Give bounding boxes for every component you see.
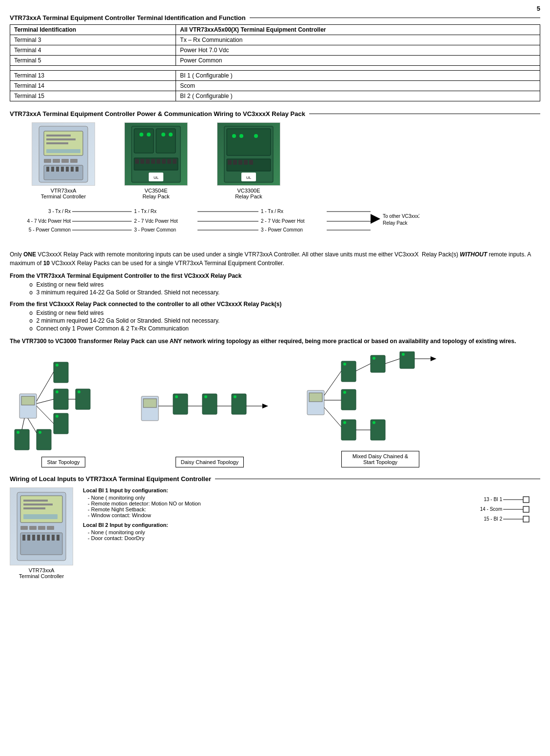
terminal-table: Terminal Identification All VTR73xxA5x00… <box>10 24 540 101</box>
device-vc3504E: UL VC3504E Relay Pack <box>117 122 195 199</box>
vtr73xxA-image <box>32 122 95 186</box>
svg-marker-67 <box>371 214 380 224</box>
local-device-label: VTR73xxA Terminal Controller <box>19 567 64 579</box>
bi-config-text: Local BI 1 Input by configuration: None … <box>83 487 457 545</box>
svg-point-85 <box>56 390 59 393</box>
svg-text:3 - Power Common: 3 - Power Common <box>134 227 176 233</box>
svg-rect-33 <box>173 159 177 164</box>
svg-rect-9 <box>70 159 78 163</box>
svg-rect-4 <box>46 142 68 144</box>
svg-text:4 - 7 Vdc Power Hot: 4 - 7 Vdc Power Hot <box>27 218 71 224</box>
svg-rect-136 <box>22 535 25 541</box>
page-number: 5 <box>10 5 540 12</box>
mixed-topology-label: Mixed Daisy Chained & Start Topology <box>341 451 419 467</box>
svg-point-100 <box>234 395 236 398</box>
wire-connection-diagram: 3 - Tx / Rx 4 - 7 Vdc Power Hot 5 - Powe… <box>20 204 540 242</box>
svg-rect-141 <box>47 535 50 541</box>
bullet2-item: Existing or new field wires <box>29 310 540 316</box>
bullet2-item: 2 minimum required 14-22 Ga Solid or Str… <box>29 317 540 324</box>
bi2-title: Local BI 2 Input by configuration: <box>83 522 457 528</box>
svg-text:14 - Scom: 14 - Scom <box>480 506 502 512</box>
svg-rect-2 <box>46 135 71 136</box>
svg-point-110 <box>373 357 375 360</box>
bi1-item: Remote motion detector: Motion NO or Mot… <box>88 501 457 506</box>
svg-point-23 <box>161 133 165 136</box>
svg-rect-146 <box>523 497 529 503</box>
svg-text:To other VC3xxxX: To other VC3xxxX <box>383 213 419 219</box>
bullet2-item: Connect only 1 Power Common & 2 Tx-Rx Co… <box>29 325 540 332</box>
svg-rect-13 <box>56 167 59 172</box>
svg-rect-143 <box>57 535 59 541</box>
daisy-topology-label: Daisy Chained Topology <box>176 457 244 467</box>
svg-rect-142 <box>52 535 55 541</box>
col-header-2: All VTR73xxA5x00(X) Terminal Equipment C… <box>176 25 540 35</box>
bullet-section-1: From the VTR73xxA Terminal Equipment Con… <box>10 272 540 296</box>
svg-point-24 <box>169 133 173 136</box>
terminal-function-cell: Scom <box>176 81 540 91</box>
svg-rect-91 <box>143 399 157 407</box>
svg-rect-133 <box>38 526 45 530</box>
svg-rect-14 <box>61 167 64 172</box>
svg-rect-43 <box>233 160 237 165</box>
bi2-item: None ( monitoring only <box>88 529 457 535</box>
svg-point-121 <box>343 421 346 424</box>
svg-rect-7 <box>53 159 60 163</box>
svg-rect-45 <box>244 160 248 165</box>
terminal-function-cell: BI 2 ( Configurable ) <box>176 91 540 101</box>
svg-rect-149 <box>523 506 529 512</box>
devices-row: VTR73xxA Terminal Controller <box>10 122 540 199</box>
vc3504E-image: UL <box>124 122 188 186</box>
svg-rect-30 <box>157 159 160 164</box>
svg-rect-11 <box>46 167 49 172</box>
vc3300E-label: VC3300E Relay Pack <box>235 188 262 199</box>
svg-point-113 <box>402 353 405 356</box>
terminal-function-cell: Tx – Rx Communication <box>176 35 540 45</box>
col-header-1: Terminal Identification <box>10 25 176 35</box>
bullet-section-2: From the first VC3xxxX Relay Pack connec… <box>10 301 540 332</box>
svg-rect-26 <box>135 159 139 164</box>
vtr73xxA-label: VTR73xxA Terminal Controller <box>41 188 86 199</box>
star-topology: Star Topology <box>10 357 117 467</box>
bi1-item: Window contact: Window <box>88 512 457 518</box>
bullet1-list: Existing or new field wires3 minimum req… <box>10 281 540 296</box>
svg-rect-134 <box>47 526 54 530</box>
svg-text:Relay Pack: Relay Pack <box>383 220 408 226</box>
svg-rect-135 <box>20 533 62 555</box>
svg-point-107 <box>343 363 346 366</box>
bullet1-item: 3 minimum required 14-22 Ga Solid or Str… <box>29 289 540 296</box>
terminal-id-cell: Terminal 5 <box>10 56 176 66</box>
svg-rect-15 <box>66 167 69 172</box>
para-one-relay: Only ONE VC3xxxX Relay Pack with remote … <box>10 250 540 268</box>
bi2-item: Door contact: DoorDry <box>88 535 457 541</box>
vc3300E-image: UL <box>217 122 280 186</box>
terminal-connection-diagram: 13 - BI 1 14 - Scom 15 - BI 2 <box>467 492 540 526</box>
svg-rect-20 <box>156 129 176 153</box>
svg-rect-140 <box>42 535 45 541</box>
local-device-image <box>10 487 73 565</box>
bi2-list: None ( monitoring onlyDoor contact: Door… <box>83 529 457 541</box>
svg-rect-139 <box>37 535 40 541</box>
bi1-item: Remote Night Setback: <box>88 506 457 512</box>
svg-text:2 - 7 Vdc Power Hot: 2 - 7 Vdc Power Hot <box>261 218 305 224</box>
bi1-title: Local BI 1 Input by configuration: <box>83 487 457 493</box>
svg-line-111 <box>385 359 400 364</box>
svg-rect-46 <box>249 160 253 165</box>
bi1-list: None ( monitoring onlyRemote motion dete… <box>83 495 457 518</box>
local-inputs-content: VTR73xxA Terminal Controller Local BI 1 … <box>10 487 540 579</box>
svg-rect-130 <box>23 514 58 519</box>
svg-point-39 <box>239 134 243 138</box>
svg-point-21 <box>139 133 143 136</box>
topology-section: Star Topology Daisy <box>10 351 540 467</box>
section3-title: Wiring of Local Inputs to VTR73xxA Termi… <box>10 475 540 483</box>
bullet1-item: Existing or new field wires <box>29 281 540 288</box>
terminal-function-cell: Power Common <box>176 56 540 66</box>
bullet1-title: From the VTR73xxA Terminal Equipment Con… <box>10 272 540 279</box>
svg-rect-6 <box>44 159 51 163</box>
svg-line-77 <box>37 406 54 424</box>
bullet2-list: Existing or new field wires2 minimum req… <box>10 310 540 332</box>
svg-line-75 <box>37 399 54 404</box>
terminal-id-cell: Terminal 3 <box>10 35 176 45</box>
svg-text:UL: UL <box>246 175 252 180</box>
svg-rect-127 <box>23 500 48 502</box>
svg-point-124 <box>373 421 375 424</box>
